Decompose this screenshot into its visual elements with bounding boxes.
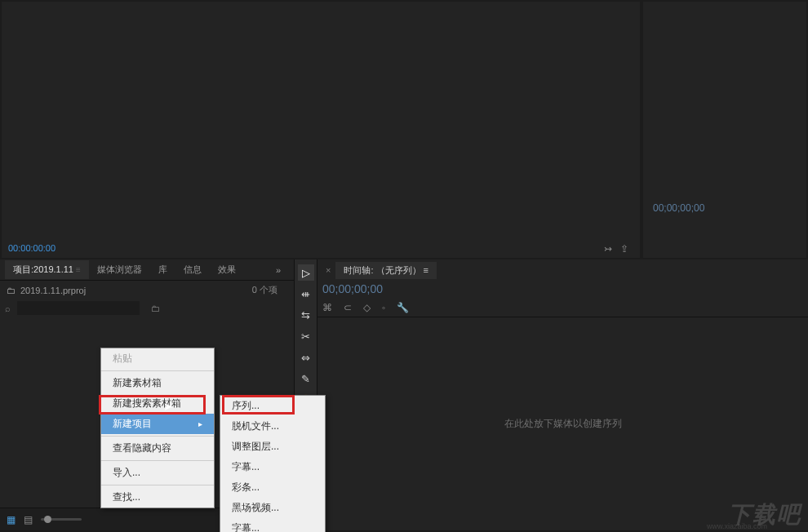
timeline-drop-area[interactable]: 在此处放下媒体以创建序列	[317, 317, 808, 530]
context-menu-new-item: 序列... 脱机文件... 调整图层... 字幕... 彩条... 黑场视频..…	[220, 395, 326, 532]
timeline-tab-label[interactable]: 时间轴: （无序列）	[344, 265, 420, 275]
track-select-tool[interactable]: ⇺	[298, 286, 314, 302]
program-timecode: 00;00;00;00	[653, 202, 704, 214]
slip-tool[interactable]: ⇔	[298, 349, 314, 366]
context-menu-main: 粘贴 新建素材箱 新建搜索素材箱 新建项目 查看隐藏内容 导入... 查找...	[100, 348, 215, 508]
timeline-panel: ×时间轴: （无序列） ≡ 00;00;00;00 ⌘ ⊂ ◇ ◦ 🔧 在此处放…	[317, 259, 808, 530]
new-bin-icon[interactable]: 🗀	[151, 304, 160, 313]
selection-tool[interactable]: ▷	[298, 264, 314, 281]
tab-effects[interactable]: 效果	[210, 260, 244, 279]
submenu-adjust-layer[interactable]: 调整图层...	[220, 437, 325, 457]
timeline-timecode: 00;00;00;00	[317, 281, 808, 299]
menu-new-item[interactable]: 新建项目	[101, 414, 214, 434]
share-icon[interactable]: ⇪	[620, 243, 628, 255]
search-input[interactable]	[17, 301, 140, 315]
submenu-caption[interactable]: 字幕...	[220, 518, 325, 532]
export-frame-icon[interactable]: ↣	[604, 243, 612, 255]
menu-new-bin[interactable]: 新建素材箱	[101, 373, 214, 393]
settings-icon[interactable]: ◦	[382, 302, 385, 313]
ripple-edit-tool[interactable]: ⇆	[298, 307, 314, 323]
search-icon: ⌕	[5, 304, 11, 313]
menu-paste: 粘贴	[101, 348, 214, 369]
tab-project[interactable]: 项目:2019.1.11 ≡	[5, 260, 89, 279]
tab-overflow[interactable]: »	[268, 262, 289, 278]
program-monitor-panel: 00;00;00;00	[642, 0, 808, 259]
menu-import[interactable]: 导入...	[101, 463, 214, 483]
item-count: 0 个项	[252, 284, 277, 296]
zoom-slider[interactable]	[41, 518, 82, 521]
icon-view-icon[interactable]: ▤	[24, 514, 33, 525]
submenu-color-bars[interactable]: 彩条...	[220, 477, 325, 498]
markers-icon[interactable]: ◇	[363, 302, 371, 313]
pen-tool[interactable]: ✎	[298, 370, 314, 387]
tab-info[interactable]: 信息	[175, 260, 210, 279]
submenu-title[interactable]: 字幕...	[220, 457, 325, 477]
menu-view-hidden[interactable]: 查看隐藏内容	[101, 438, 214, 459]
link-icon[interactable]: ⊂	[344, 302, 352, 313]
submenu-offline-file[interactable]: 脱机文件...	[220, 416, 325, 437]
snap-icon[interactable]: ⌘	[322, 302, 332, 313]
submenu-sequence[interactable]: 序列...	[220, 396, 325, 416]
list-view-icon[interactable]: ▦	[7, 514, 16, 525]
tab-media-browser[interactable]: 媒体浏览器	[89, 260, 150, 279]
menu-new-search-bin[interactable]: 新建搜索素材箱	[101, 393, 214, 414]
source-timecode: 00:00:00:00	[8, 243, 55, 253]
tab-library[interactable]: 库	[150, 260, 175, 279]
menu-find[interactable]: 查找...	[101, 487, 214, 508]
source-monitor-panel: 00:00:00:00 ↣ ⇪	[0, 0, 642, 259]
wrench-icon[interactable]: 🔧	[397, 302, 409, 313]
folder-icon: 🗀	[7, 286, 16, 295]
submenu-black-video[interactable]: 黑场视频...	[220, 498, 325, 518]
razor-tool[interactable]: ✂	[298, 328, 314, 344]
project-filename: 2019.1.11.prproj	[20, 286, 86, 295]
